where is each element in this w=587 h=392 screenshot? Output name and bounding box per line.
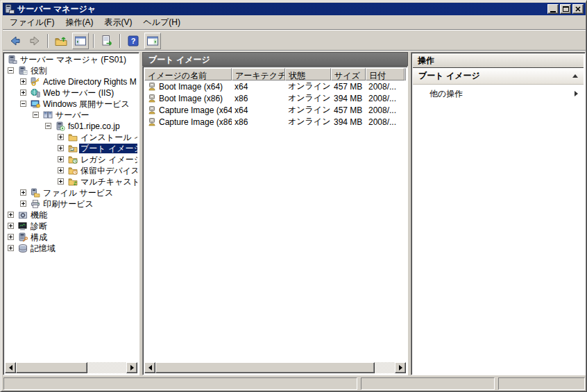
- image-list-row[interactable]: Capture Image (x64)x64オンライン457 MB2008/..…: [144, 104, 406, 116]
- tree-item[interactable]: レガシ イメージ: [5, 154, 137, 165]
- image-date: 2008/...: [366, 105, 405, 115]
- tree-item-label: ファイル サービス: [42, 188, 114, 198]
- tree-item-label: サーバー マネージャ (FS01): [19, 55, 128, 65]
- roles-server-icon: [18, 66, 28, 76]
- tree-item-label: インストール イメージ: [79, 133, 137, 142]
- storage-disks-icon: [18, 244, 28, 253]
- collapse-box-icon[interactable]: [45, 123, 51, 129]
- console-tree-toggle-button[interactable]: [72, 33, 89, 49]
- expand-box-icon[interactable]: [20, 201, 26, 207]
- expand-box-icon[interactable]: [20, 189, 26, 196]
- tree-item[interactable]: 印刷サービス: [5, 198, 137, 210]
- up-one-level-button[interactable]: [53, 33, 69, 49]
- tree-item-label: サーバー: [54, 110, 91, 120]
- tree-item[interactable]: 役割: [5, 65, 137, 76]
- image-name: Boot Image (x86): [159, 94, 223, 103]
- menu-item-0[interactable]: ファイル(F): [4, 15, 60, 31]
- scroll-left-button[interactable]: [5, 362, 16, 373]
- tree-item[interactable]: 診断: [5, 221, 137, 232]
- tree-item[interactable]: 記憶域: [5, 243, 137, 254]
- menu-item-3[interactable]: ヘルプ(H): [137, 15, 186, 31]
- action-item[interactable]: 他の操作: [411, 85, 585, 103]
- column-header-2[interactable]: 状態: [285, 68, 331, 80]
- menu-item-2[interactable]: 表示(V): [99, 15, 137, 31]
- maximize-button[interactable]: [560, 4, 571, 14]
- expand-box-icon[interactable]: [58, 145, 64, 151]
- scroll-thumb[interactable]: [16, 362, 87, 373]
- collapse-box-icon[interactable]: [20, 101, 26, 107]
- expand-box-icon[interactable]: [20, 78, 26, 85]
- back-arrow-button[interactable]: [7, 33, 24, 49]
- minimize-button[interactable]: [547, 4, 559, 14]
- collapse-chevron-icon[interactable]: [572, 74, 578, 78]
- scroll-right-button[interactable]: [395, 362, 406, 373]
- help-button[interactable]: ?: [125, 33, 142, 49]
- close-button[interactable]: [572, 4, 584, 14]
- boot-image-disc-icon: [147, 94, 157, 103]
- main-area: サーバー マネージャ (FS01)役割Active Directory Righ…: [3, 51, 586, 376]
- tree-horizontal-scrollbar[interactable]: [5, 362, 137, 373]
- tree-item[interactable]: サーバー マネージャ (FS01): [5, 54, 137, 65]
- tree-item-label: ブート イメージ: [79, 144, 137, 153]
- expand-box-icon[interactable]: [58, 167, 64, 173]
- tree-item[interactable]: 機能: [5, 210, 137, 221]
- tree-item[interactable]: ブート イメージ: [5, 143, 137, 154]
- tree-item[interactable]: ファイル サービス: [5, 187, 137, 198]
- collapse-box-icon[interactable]: [33, 112, 39, 118]
- collapse-box-icon[interactable]: [8, 67, 14, 74]
- image-list-row[interactable]: Capture Image (x86)x86オンライン394 MB2008/..…: [144, 116, 406, 128]
- actions-items: 他の操作: [411, 85, 585, 103]
- server-tower-icon: [8, 55, 17, 65]
- close-icon: [575, 6, 581, 12]
- back-arrow-icon: [8, 34, 22, 48]
- actions-section-header[interactable]: ブート イメージ: [413, 68, 584, 85]
- tree-item[interactable]: fs01.ripe.co.jp: [5, 121, 137, 132]
- image-architecture: x86: [232, 94, 285, 103]
- folder-pending-devices-icon: [68, 166, 78, 176]
- tree-item-label: レガシ イメージ: [79, 155, 137, 164]
- folder-boot-image-icon: [68, 144, 78, 153]
- image-date: 2008/...: [366, 94, 405, 103]
- expand-box-icon[interactable]: [8, 234, 14, 240]
- image-list-row[interactable]: Boot Image (x86)x86オンライン394 MB2008/...: [144, 92, 406, 104]
- scroll-thumb[interactable]: [155, 362, 375, 373]
- wds-monitor-icon: [31, 99, 40, 109]
- export-list-icon: [100, 34, 114, 48]
- tree-item[interactable]: 構成: [5, 232, 137, 243]
- tree-item[interactable]: Active Directory Rights M: [5, 76, 137, 87]
- tree-item[interactable]: Web サーバー (IIS): [5, 87, 137, 99]
- expand-box-icon[interactable]: [8, 223, 14, 229]
- scroll-left-button[interactable]: [144, 362, 155, 373]
- column-header-filler: [405, 68, 406, 80]
- tree-item[interactable]: Windows 展開サービス: [5, 99, 137, 110]
- scroll-right-button[interactable]: [126, 362, 137, 373]
- scroll-track[interactable]: [87, 362, 126, 373]
- column-header-4[interactable]: 日付: [366, 68, 405, 80]
- expand-box-icon[interactable]: [8, 245, 14, 251]
- expand-box-icon[interactable]: [20, 90, 26, 96]
- action-pane-toggle-button[interactable]: [144, 33, 161, 49]
- actions-section-label: ブート イメージ: [418, 68, 480, 84]
- column-header-0[interactable]: イメージの名前: [144, 68, 232, 80]
- expand-box-icon[interactable]: [58, 178, 64, 185]
- scroll-left-icon: [148, 365, 152, 370]
- list-horizontal-scrollbar[interactable]: [144, 362, 406, 373]
- menu-item-1[interactable]: 操作(A): [60, 15, 99, 31]
- image-list-row[interactable]: Boot Image (x64)x64オンライン457 MB2008/...: [144, 80, 406, 92]
- column-header-1[interactable]: アーキテクチャ: [232, 68, 285, 80]
- tree-item[interactable]: サーバー: [5, 110, 137, 121]
- expand-box-icon[interactable]: [8, 212, 14, 218]
- tree-item[interactable]: マルチキャスト転送: [5, 176, 137, 187]
- column-header-3[interactable]: サイズ: [331, 68, 366, 80]
- scroll-track[interactable]: [375, 362, 395, 373]
- expand-box-icon[interactable]: [58, 156, 64, 162]
- expand-box-icon[interactable]: [58, 134, 64, 140]
- tree-item-label: 保留中デバイス: [79, 166, 137, 176]
- export-list-button[interactable]: [99, 33, 115, 49]
- tree-item[interactable]: インストール イメージ: [5, 132, 137, 143]
- forward-arrow-button[interactable]: [26, 33, 43, 49]
- server-manager-window: サーバー マネージャ ファイル(F)操作(A)表示(V)ヘルプ(H) ? サーバ…: [0, 0, 587, 392]
- tree-item[interactable]: 保留中デバイス: [5, 165, 137, 176]
- tree-item-label: 構成: [29, 232, 49, 242]
- image-status: オンライン: [285, 104, 331, 116]
